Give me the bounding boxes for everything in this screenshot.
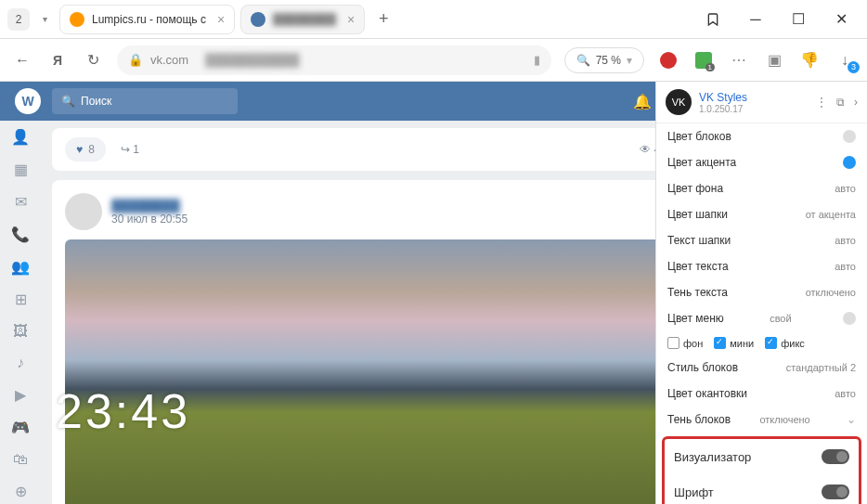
messages-icon[interactable]: ✉ <box>11 193 30 211</box>
opt-block-color[interactable]: Цвет блоков <box>656 123 867 149</box>
tab-title-blurred: ████████ <box>273 13 336 26</box>
zoom-indicator[interactable]: 🔍 75 % ▾ <box>564 47 644 73</box>
chk-fix[interactable]: фикс <box>765 337 805 349</box>
vk-logo[interactable]: W <box>15 88 41 114</box>
forward-icon[interactable]: › <box>854 96 858 109</box>
opt-accent-color[interactable]: Цвет акцента <box>656 149 867 175</box>
search-icon: 🔍 <box>61 95 75 108</box>
opt-text-color[interactable]: Цвет текстаавто <box>656 253 867 279</box>
tab-title: Lumpics.ru - помощь с <box>92 13 206 26</box>
new-tab-button[interactable]: + <box>370 6 396 32</box>
market-icon[interactable]: 🛍 <box>11 451 30 468</box>
chevron-down-icon[interactable]: ▾ <box>35 14 54 24</box>
post: ████████ 30 июл в 20:55 <box>52 180 679 504</box>
lock-icon: 🔒 <box>128 53 143 67</box>
share-button[interactable]: ↪ 1 <box>121 143 139 156</box>
reload-button[interactable]: ↻ <box>82 49 104 71</box>
section-visualizer[interactable]: Визуализатор <box>665 439 859 474</box>
bell-icon[interactable]: 🔔 <box>633 93 652 110</box>
like-button[interactable]: ♥8 <box>65 137 106 162</box>
post-image[interactable] <box>65 239 666 504</box>
avatar[interactable] <box>65 193 102 230</box>
videos-icon[interactable]: ▶ <box>11 386 30 404</box>
close-icon[interactable]: × <box>217 12 225 27</box>
clock-overlay: 23:43 <box>56 383 190 439</box>
photos-icon[interactable]: 🖼 <box>11 323 30 340</box>
maximize-button[interactable]: ☐ <box>780 6 817 33</box>
search-icon: 🔍 <box>576 54 590 67</box>
bookmark-icon[interactable] <box>694 6 731 33</box>
music-icon[interactable]: ♪ <box>11 355 30 371</box>
feed-icon[interactable]: ▦ <box>11 161 30 178</box>
post-actions: ♥8 ↪ 1 👁 44 <box>52 128 679 171</box>
friends-icon[interactable]: 👥 <box>11 258 30 276</box>
checkbox-row: фон мини фикс <box>656 331 867 355</box>
more-icon[interactable]: ⋮ <box>816 96 827 109</box>
thumbs-icon[interactable]: 👎 <box>798 49 821 71</box>
close-icon[interactable]: × <box>347 12 355 27</box>
opt-bg-color[interactable]: Цвет фонаавто <box>656 175 867 201</box>
opt-text-shadow[interactable]: Тень текстаотключено <box>656 279 867 305</box>
tab-favicon <box>70 12 84 27</box>
ext-version: 1.0.250.17 <box>699 104 747 114</box>
address-bar: ← Я ↻ 🔒 vk.com ███████████ ▮ 🔍 75 % ▾ 1 … <box>0 39 867 82</box>
highlighted-section: Визуализатор Шрифт Фоновый рисунок <box>662 436 861 504</box>
url-blurred: ███████████ <box>205 53 299 67</box>
tab-1[interactable]: Lumpics.ru - помощь с × <box>59 5 235 34</box>
adblock-icon[interactable] <box>657 49 679 71</box>
games-icon[interactable]: 🎮 <box>11 419 30 436</box>
post-author-blurred: ████████ <box>111 199 188 213</box>
vk-sidebar: 👤 ▦ ✉ 📞 👥 ⊞ 🖼 ♪ ▶ 🎮 🛍 ⊕ ★ ₽ <box>0 82 41 504</box>
shield-icon[interactable]: 1 <box>692 49 715 71</box>
extensions-icon[interactable]: ▣ <box>763 49 785 71</box>
tab-2[interactable]: ████████ × <box>240 5 365 34</box>
panel-header: VK VK Styles 1.0.250.17 ⋮ ⧉ › <box>656 82 867 123</box>
post-date: 30 июл в 20:55 <box>111 213 188 226</box>
titlebar: 2 ▾ Lumpics.ru - помощь с × ████████ × +… <box>0 0 867 39</box>
tab-favicon <box>251 12 265 27</box>
opt-header-color[interactable]: Цвет шапкиот акцента <box>656 201 867 227</box>
url-text: vk.com <box>150 53 188 67</box>
yandex-icon[interactable]: Я <box>46 49 69 71</box>
extension-panel: VK VK Styles 1.0.250.17 ⋮ ⧉ › Цвет блоко… <box>655 82 867 504</box>
back-button[interactable]: ← <box>11 49 33 71</box>
services-icon[interactable]: ⊕ <box>11 483 30 500</box>
chk-mini[interactable]: мини <box>714 337 754 349</box>
ext-name: VK Styles <box>699 91 747 104</box>
communities-icon[interactable]: ⊞ <box>11 291 30 308</box>
url-field[interactable]: 🔒 vk.com ███████████ ▮ <box>117 45 551 75</box>
ext-icon: VK <box>666 89 692 115</box>
opt-border-color[interactable]: Цвет окантовкиавто <box>656 381 867 407</box>
downloads-icon[interactable]: ↓ <box>834 49 856 71</box>
profile-icon[interactable]: 👤 <box>11 128 30 146</box>
feed: ♥8 ↪ 1 👁 44 ████████ 30 июл в 20:55 <box>41 82 691 504</box>
vk-search[interactable]: 🔍 Поиск <box>52 88 238 114</box>
chevron-down-icon: ▾ <box>627 54 632 67</box>
opt-block-shadow[interactable]: Тень блоковотключено⌄ <box>656 407 867 433</box>
close-button[interactable]: ✕ <box>822 6 860 33</box>
copy-icon[interactable]: ⧉ <box>836 96 845 109</box>
opt-block-style[interactable]: Стиль блоковстандартный 2 <box>656 355 867 381</box>
section-font[interactable]: Шрифт <box>665 474 859 504</box>
chk-fon[interactable]: фон <box>667 337 703 349</box>
tab-count[interactable]: 2 <box>7 8 30 31</box>
opt-header-text[interactable]: Текст шапкиавто <box>656 227 867 253</box>
menu-icon[interactable]: ⋯ <box>728 49 750 71</box>
bookmark-page-icon[interactable]: ▮ <box>534 53 540 67</box>
minimize-button[interactable]: ─ <box>737 6 774 33</box>
calls-icon[interactable]: 📞 <box>11 226 30 243</box>
opt-menu-color[interactable]: Цвет менюсвой <box>656 305 867 331</box>
